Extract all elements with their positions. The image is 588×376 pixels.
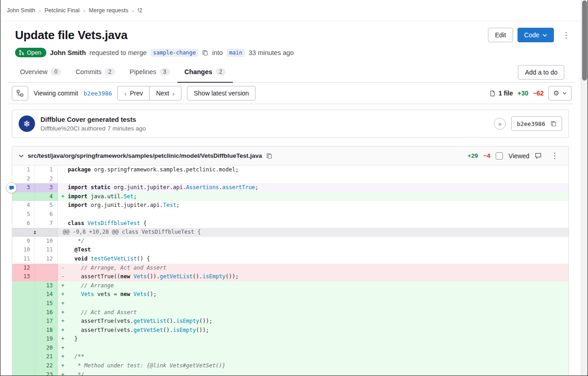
diff-sign: + bbox=[58, 192, 68, 201]
new-line-number[interactable]: 15 bbox=[35, 299, 58, 308]
copy-sha-icon[interactable] bbox=[550, 120, 557, 127]
viewing-commit-sha-link[interactable]: b2ee3986 bbox=[84, 90, 112, 97]
collapse-file-chevron-icon[interactable] bbox=[19, 154, 24, 158]
old-line-number[interactable] bbox=[12, 326, 35, 335]
new-line-number[interactable]: 5 bbox=[35, 201, 58, 210]
file-path[interactable]: src/test/java/org/springframework/sample… bbox=[28, 152, 262, 159]
code-line: +import java.util.Set; bbox=[58, 192, 568, 201]
copy-branch-icon[interactable] bbox=[202, 50, 208, 56]
tab-overview[interactable]: Overview 0 bbox=[13, 62, 68, 83]
copy-file-path-icon[interactable] bbox=[266, 153, 272, 159]
new-line-number[interactable]: 23 bbox=[35, 371, 58, 376]
source-branch-ref[interactable]: sample-change bbox=[151, 49, 199, 57]
commit-sha-box[interactable]: b2ee3986 bbox=[511, 116, 562, 131]
diff-sign bbox=[58, 237, 68, 246]
old-line-number[interactable]: 9 bbox=[12, 237, 35, 246]
diff-settings-button[interactable]: ⚙ bbox=[548, 86, 572, 100]
page-scrollbar[interactable] bbox=[581, 0, 588, 376]
file-tree-icon bbox=[16, 90, 24, 97]
commit-title[interactable]: Diffblue Cover generated tests bbox=[40, 116, 146, 123]
old-line-number[interactable] bbox=[12, 344, 35, 353]
old-line-number[interactable]: 6 bbox=[12, 219, 35, 228]
tab-commits[interactable]: Commits 2 bbox=[68, 62, 122, 83]
old-line-number[interactable] bbox=[12, 290, 35, 299]
old-line-number[interactable] bbox=[12, 192, 35, 201]
old-line-number[interactable]: 1 bbox=[12, 165, 35, 175]
new-line-number[interactable]: 1 bbox=[35, 165, 58, 175]
mr-options-kebab-button[interactable]: ⋮ bbox=[558, 30, 573, 40]
breadcrumb-item-mr-id[interactable]: !2 bbox=[138, 7, 142, 14]
show-latest-version-button[interactable]: Show latest version bbox=[187, 86, 256, 100]
file-tree-toggle-button[interactable] bbox=[12, 86, 28, 100]
old-line-number[interactable]: 4 bbox=[12, 201, 35, 210]
page-title: Update file Vets.java bbox=[15, 28, 488, 42]
old-line-number[interactable] bbox=[12, 317, 35, 326]
new-line-number[interactable]: 16 bbox=[35, 308, 58, 317]
new-line-number[interactable] bbox=[35, 264, 58, 273]
commit-sha-label: b2ee3986 bbox=[517, 120, 545, 127]
new-line-number[interactable]: 19 bbox=[35, 335, 58, 344]
diff-sign: + bbox=[58, 361, 68, 371]
comment-indicator[interactable] bbox=[6, 182, 17, 193]
expand-lines-button[interactable]: ↕ bbox=[12, 228, 58, 237]
viewed-checkbox[interactable] bbox=[496, 152, 503, 160]
code-line: + * Method under test: {@link Vets#getVe… bbox=[58, 361, 568, 371]
scrollbar-thumb[interactable] bbox=[582, 0, 587, 80]
file-options-kebab-button[interactable]: ⋮ bbox=[547, 151, 562, 160]
collapse-commit-button[interactable]: » bbox=[494, 118, 506, 130]
old-line-number[interactable]: 2 bbox=[12, 175, 35, 184]
chevron-down-icon bbox=[563, 92, 567, 95]
new-line-number[interactable]: 14 bbox=[35, 290, 58, 299]
new-line-number[interactable]: 6 bbox=[35, 210, 58, 219]
file-comment-icon[interactable] bbox=[535, 152, 542, 159]
new-line-number[interactable]: 12 bbox=[35, 255, 58, 264]
tab-count: 3 bbox=[160, 68, 170, 75]
old-line-number[interactable] bbox=[12, 281, 35, 291]
new-line-number[interactable]: 3 bbox=[35, 183, 58, 192]
diff-sign: - bbox=[58, 272, 68, 281]
tab-changes[interactable]: Changes 2 bbox=[177, 62, 233, 83]
new-line-number[interactable] bbox=[35, 272, 58, 281]
diff-sign: + bbox=[58, 290, 68, 299]
old-line-number[interactable] bbox=[12, 308, 35, 317]
new-line-number[interactable]: 13 bbox=[35, 281, 58, 291]
new-line-number[interactable]: 18 bbox=[35, 326, 58, 335]
breadcrumb-item-merge-requests[interactable]: Merge requests bbox=[89, 7, 128, 14]
breadcrumb-item-user[interactable]: John Smith bbox=[7, 7, 35, 14]
old-line-number[interactable]: 12 bbox=[12, 264, 35, 273]
new-line-number[interactable]: 17 bbox=[35, 317, 58, 326]
old-line-number[interactable]: 13 bbox=[12, 272, 35, 281]
file-count: 1 file bbox=[489, 90, 513, 97]
mr-author[interactable]: John Smith bbox=[50, 49, 86, 56]
diff-sign: + bbox=[58, 335, 68, 344]
tab-pipelines[interactable]: Pipelines 3 bbox=[122, 62, 177, 83]
prev-commit-button[interactable]: ‹ Prev bbox=[117, 86, 150, 100]
new-line-number[interactable]: 21 bbox=[35, 352, 58, 361]
diff-row: 15+ bbox=[12, 299, 568, 308]
new-line-number[interactable]: 11 bbox=[35, 246, 58, 255]
old-line-number[interactable] bbox=[12, 299, 35, 308]
old-line-number[interactable] bbox=[12, 361, 35, 371]
new-line-number[interactable]: 7 bbox=[35, 219, 58, 228]
new-line-number[interactable]: 10 bbox=[35, 237, 58, 246]
tab-label: Changes bbox=[185, 68, 212, 75]
target-branch-ref[interactable]: main bbox=[226, 49, 245, 57]
code-dropdown-button[interactable]: Code bbox=[518, 28, 554, 42]
diff-row: 13- assertTrue((new Vets()).getVetList()… bbox=[12, 272, 568, 281]
old-line-number[interactable] bbox=[12, 335, 35, 344]
next-commit-button[interactable]: Next › bbox=[149, 86, 181, 100]
add-todo-button[interactable]: Add a to do bbox=[518, 65, 564, 80]
old-line-number[interactable]: 10 bbox=[12, 246, 35, 255]
old-line-number[interactable]: 11 bbox=[12, 255, 35, 264]
new-line-number[interactable]: 22 bbox=[35, 361, 58, 371]
new-line-number[interactable]: 20 bbox=[35, 344, 58, 353]
new-line-number[interactable]: 4 bbox=[35, 192, 58, 201]
old-line-number[interactable] bbox=[12, 371, 35, 376]
edit-button[interactable]: Edit bbox=[488, 28, 513, 42]
diff-hunk-row: ↕@@ -9,8 +10,28 @@ class VetsDiffblueTes… bbox=[12, 228, 568, 237]
old-line-number[interactable]: 5 bbox=[12, 210, 35, 219]
breadcrumb-item-project[interactable]: Petclinic Final bbox=[45, 7, 80, 14]
chevron-left-icon: ‹ bbox=[124, 90, 126, 97]
new-line-number[interactable]: 2 bbox=[35, 175, 58, 184]
old-line-number[interactable] bbox=[12, 352, 35, 361]
